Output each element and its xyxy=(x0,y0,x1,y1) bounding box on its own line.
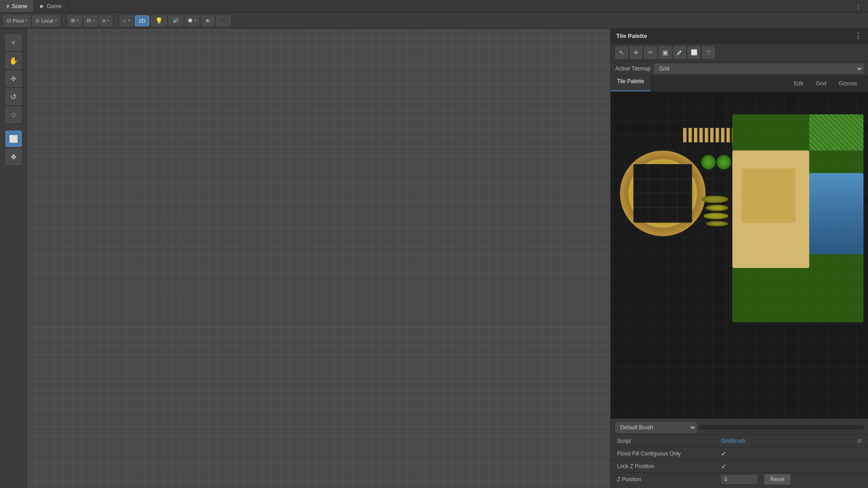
snap-dropdown[interactable]: ⊟ ▾ xyxy=(84,15,98,26)
layers-button[interactable]: ≡ xyxy=(5,34,22,51)
shape-dropdown[interactable]: ○ ▾ xyxy=(120,15,133,26)
rect-transform-tool[interactable]: ⬜ xyxy=(5,131,22,147)
2d-button[interactable]: 2D xyxy=(135,15,149,26)
tab-grid[interactable]: Grid xyxy=(810,78,833,89)
tab-game[interactable]: ▶ Game xyxy=(34,0,68,12)
brush-select[interactable]: Default Brush xyxy=(615,422,697,433)
paint-btn[interactable]: ✏ xyxy=(644,46,657,59)
game-tab-icon: ▶ xyxy=(40,3,44,9)
small-plant-4 xyxy=(706,221,728,226)
active-tilemap-label: Active Tilemap xyxy=(615,66,651,72)
grass-patch-2 xyxy=(717,155,731,169)
rotate-icon: ↺ xyxy=(10,93,16,101)
tab-bar: # Scene ▶ Game ⋮ xyxy=(0,0,868,13)
eyedrop-btn[interactable]: 💉 xyxy=(673,46,686,59)
eye-slash-icon: 👁 xyxy=(205,18,210,23)
lock-z-check[interactable]: ✓ xyxy=(721,463,726,470)
grid-snap-chevron: ▾ xyxy=(77,19,79,23)
pivot-dropdown[interactable]: ⊡ Pivot ▾ xyxy=(4,15,30,26)
flood-fill-check[interactable]: ✓ xyxy=(721,450,726,457)
brush-scrollbar[interactable] xyxy=(699,425,863,430)
grid-snap-dropdown[interactable]: ⊞ ▾ xyxy=(68,15,82,26)
erase-icon: ⬜ xyxy=(691,49,698,56)
z-position-row: Z Position Reset xyxy=(611,472,868,486)
main-area: ≡ ✋ ✛ ↺ ⬡ ⬜ ❖ xyxy=(0,29,868,488)
more-button[interactable]: ⬛ xyxy=(216,15,231,26)
view-chevron: ▾ xyxy=(107,19,109,23)
grass-patch-1 xyxy=(701,155,716,169)
script-settings-icon[interactable]: ⚙ xyxy=(855,437,863,445)
hand-tool[interactable]: ✋ xyxy=(5,52,22,69)
tab-bar-menu[interactable]: ⋮ xyxy=(854,3,864,10)
fx-dropdown[interactable]: ⬟ ▾ xyxy=(185,15,199,26)
rect-paint-btn[interactable]: ▣ xyxy=(659,46,671,59)
hidden-button[interactable]: 👁 xyxy=(201,15,214,26)
panel-title: Tile Palette xyxy=(616,33,647,39)
palette-tools: ↖ ✛ ✏ ▣ 💉 ⬜ ▽ xyxy=(611,43,868,62)
palette-tabs: Tile Palette Edit Grid Gizmos xyxy=(611,76,868,92)
z-position-input[interactable] xyxy=(721,475,757,484)
custom-transform-icon: ❖ xyxy=(10,153,17,161)
lock-z-label: Lock Z Position xyxy=(617,463,721,469)
garden-sprite xyxy=(620,150,706,236)
flood-fill-row: Flood Fill Contiguous Only ✓ xyxy=(611,447,868,460)
audio-button[interactable]: 🔊 xyxy=(169,15,183,26)
grid-snap-icon: ⊞ xyxy=(71,18,75,23)
brush-panel: Default Brush Script GridBrush ⚙ Flood F… xyxy=(611,418,868,488)
z-position-label: Z Position xyxy=(617,476,721,483)
view-dropdown[interactable]: ≡ ▾ xyxy=(99,15,112,26)
fence-sprite xyxy=(683,128,737,142)
select-tool-btn[interactable]: ↖ xyxy=(615,46,628,59)
scene-view xyxy=(27,29,610,488)
grass-sprite xyxy=(701,155,733,182)
small-plant-2 xyxy=(706,205,728,211)
move-icon: ✛ xyxy=(10,75,16,83)
scene-tab-icon: # xyxy=(6,4,9,9)
tab-edit[interactable]: Edit xyxy=(788,78,810,89)
small-plant-3 xyxy=(703,213,728,219)
pivot-chevron: ▾ xyxy=(25,19,27,23)
lock-z-row: Lock Z Position ✓ xyxy=(611,460,868,472)
local-dropdown[interactable]: ⊙ Local ▾ xyxy=(32,15,60,26)
rect-paint-icon: ▣ xyxy=(662,49,668,56)
local-icon: ⊙ xyxy=(35,18,39,23)
tab-scene[interactable]: # Scene xyxy=(0,0,34,12)
terrain-grid-overlay xyxy=(732,119,863,322)
select-icon: ↖ xyxy=(619,49,624,56)
tab-tile-palette[interactable]: Tile Palette xyxy=(611,76,651,91)
left-tools-panel: ≡ ✋ ✛ ↺ ⬡ ⬜ ❖ xyxy=(0,29,27,488)
eyedrop-icon: 💉 xyxy=(676,50,683,56)
custom-transform-tool[interactable]: ❖ xyxy=(5,149,22,165)
reset-button[interactable]: Reset xyxy=(764,474,790,484)
tab-gizmos[interactable]: Gizmos xyxy=(832,78,863,89)
active-tilemap-select[interactable]: Grid xyxy=(654,64,863,74)
rect-transform-icon: ⬜ xyxy=(9,135,18,143)
fx-chevron: ▾ xyxy=(194,19,196,23)
flood-fill-value: ✓ xyxy=(721,450,863,457)
view-icon: ≡ xyxy=(103,18,105,23)
pivot-label: Pivot xyxy=(13,18,24,23)
tile-canvas xyxy=(611,92,868,418)
move-tiles-btn[interactable]: ✛ xyxy=(630,46,642,59)
fill-btn[interactable]: ▽ xyxy=(702,46,715,59)
tab-tile-palette-label: Tile Palette xyxy=(617,78,644,84)
scene-tab-label: Scene xyxy=(12,3,27,9)
hand-icon: ✋ xyxy=(9,56,18,65)
more-icon: ⬛ xyxy=(220,18,226,23)
script-value[interactable]: GridBrush xyxy=(721,438,745,444)
panel-menu-button[interactable]: ⋮ xyxy=(854,32,863,40)
rotate-tool[interactable]: ↺ xyxy=(5,89,22,105)
script-label: Script xyxy=(617,438,721,444)
flood-fill-label: Flood Fill Contiguous Only xyxy=(617,450,721,457)
scale-tool[interactable]: ⬡ xyxy=(5,107,22,123)
active-tilemap-row: Active Tilemap Grid xyxy=(611,62,868,76)
light-button[interactable]: 💡 xyxy=(151,15,167,26)
lock-z-value: ✓ xyxy=(721,463,863,470)
script-value-area: GridBrush ⚙ xyxy=(721,437,863,445)
z-position-value: Reset xyxy=(721,474,863,484)
erase-btn[interactable]: ⬜ xyxy=(688,46,700,59)
layers-icon: ≡ xyxy=(12,39,15,46)
snap-icon: ⊟ xyxy=(87,18,91,23)
move-tool[interactable]: ✛ xyxy=(5,70,22,87)
fx-icon: ⬟ xyxy=(188,18,193,23)
